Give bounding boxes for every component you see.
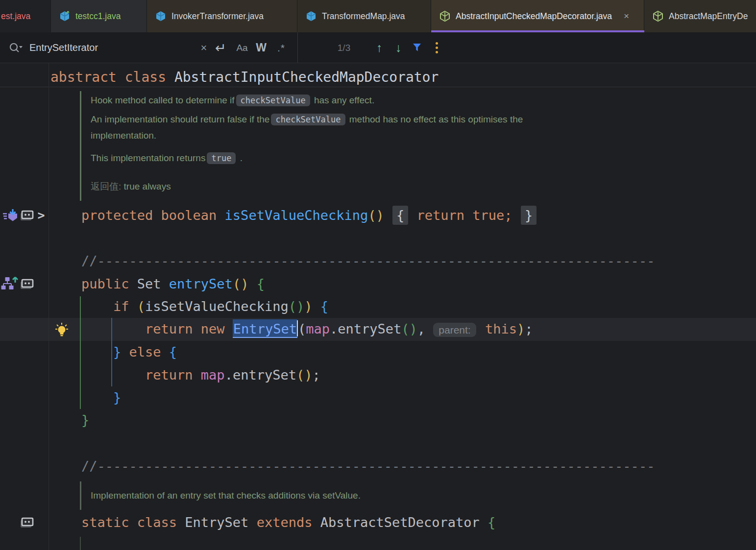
code-line-dash-comment[interactable]: //--------------------------------------…: [81, 250, 655, 272]
code-line-close-method[interactable]: }: [81, 409, 89, 431]
code-line-if[interactable]: if (isSetValueChecking()) {: [81, 295, 328, 318]
doc-line: Hook method called to determine ifcheckS…: [91, 94, 374, 107]
intention-lightbulb-icon[interactable]: [54, 321, 70, 338]
tab-label: est.java: [1, 11, 30, 22]
search-input[interactable]: EntrySetIterator: [29, 32, 98, 63]
doc-line: This implementation returnstrue .: [91, 152, 243, 165]
tab-abstractmapentrydecorator-java[interactable]: AbstractMapEntryDe: [644, 0, 756, 32]
regex-toggle[interactable]: .*: [272, 32, 290, 63]
tab-label: AbstractInputCheckedMapDecorator.java: [456, 11, 612, 22]
is-overridden-gutter-icon[interactable]: [1, 276, 19, 290]
code-line-static-class-entryset[interactable]: static class EntrySet extends AbstractSe…: [81, 511, 495, 534]
abstract-class-icon: [440, 10, 451, 22]
code-line-close-if[interactable]: }: [81, 386, 121, 409]
editor-pane[interactable]: Hook method called to determine ifcheckS…: [0, 87, 756, 550]
overridden-method-gutter-icon[interactable]: [3, 208, 19, 222]
find-bar: EntrySetIterator × ↵ Aa W .* 1/3 ↑ ↓: [0, 32, 756, 63]
tab-label: AbstractMapEntryDe: [669, 11, 748, 22]
filter-icon[interactable]: [410, 32, 425, 63]
tab-transformedmap-java[interactable]: TransformedMap.java: [297, 0, 431, 32]
class-icon: [306, 10, 317, 22]
indent-guide-method-scope: [80, 296, 81, 409]
doc-line: 返回值: true always: [91, 180, 171, 192]
doc-comment-bar: [80, 481, 81, 510]
sticky-header[interactable]: abstract class AbstractInputCheckedMapDe…: [0, 63, 756, 87]
editor-tab-bar: est.java testcc1.java InvokerTransformer…: [0, 0, 756, 32]
sticky-declaration: abstract class AbstractInputCheckedMapDe…: [50, 66, 439, 89]
search-icon[interactable]: [7, 32, 24, 63]
match-case-toggle[interactable]: Aa: [233, 32, 251, 63]
tab-invokertransformer-java[interactable]: InvokerTransformer.java: [147, 0, 297, 32]
rendered-doc-toggle-icon[interactable]: [19, 517, 34, 529]
next-match-button[interactable]: ↓: [390, 32, 407, 63]
code-line-return-map-entryset[interactable]: return map.entrySet();: [81, 364, 320, 386]
rendered-doc-toggle-icon[interactable]: [19, 210, 34, 222]
doc-comment-bar: [80, 91, 81, 201]
rendered-doc-toggle-icon[interactable]: [19, 278, 34, 291]
fold-expand-icon[interactable]: >: [35, 208, 47, 222]
previous-match-button[interactable]: ↑: [370, 32, 388, 63]
code-line-issetvaluechecking[interactable]: protected boolean isSetValueChecking() {…: [81, 204, 537, 227]
doc-line: implementation.: [91, 129, 156, 142]
more-options-icon[interactable]: [429, 32, 444, 63]
tab-est-java[interactable]: est.java: [0, 0, 51, 32]
abstract-class-icon: [653, 10, 664, 22]
whole-words-toggle[interactable]: W: [252, 32, 270, 63]
indent-guide-class-scope: [80, 537, 81, 550]
tab-testcc1-java[interactable]: testcc1.java: [51, 0, 147, 32]
gutter-separator: [49, 63, 49, 550]
class-icon: [60, 10, 71, 22]
match-count: 1/3: [329, 32, 359, 63]
tab-abstractinputcheckedmapdecorator-java-active[interactable]: AbstractInputCheckedMapDecorator.java ×: [431, 0, 644, 32]
tab-close-icon[interactable]: ×: [624, 11, 629, 22]
code-line-else[interactable]: } else {: [81, 341, 177, 363]
tab-label: TransformedMap.java: [322, 11, 405, 22]
tab-label: testcc1.java: [75, 11, 121, 22]
code-line-dash-comment-2[interactable]: //--------------------------------------…: [81, 455, 655, 478]
doc-line: An implementation should return false if…: [91, 113, 523, 126]
code-line-entryset-declaration[interactable]: public Set entrySet() {: [81, 273, 265, 295]
clear-search-icon[interactable]: ×: [196, 32, 212, 63]
doc-line: Implementation of an entry set that chec…: [91, 489, 361, 502]
code-line-return-new-entryset[interactable]: return new EntrySet(map.entrySet(), pare…: [81, 318, 533, 341]
findbar-divider: [297, 32, 298, 63]
tab-label: InvokerTransformer.java: [171, 11, 264, 22]
newline-icon[interactable]: ↵: [212, 32, 229, 63]
class-icon: [156, 10, 167, 22]
